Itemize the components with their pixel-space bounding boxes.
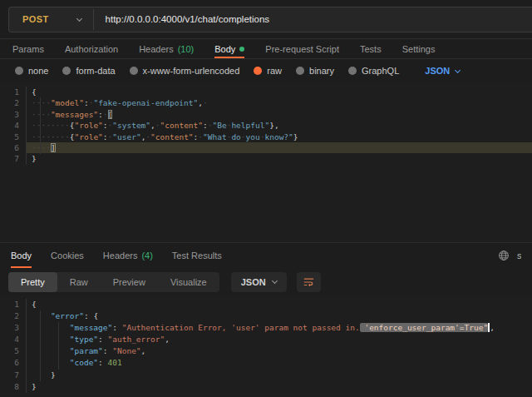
radio-icon bbox=[130, 67, 138, 75]
code-line[interactable]: 4········{"role":·"system",·"content":·"… bbox=[0, 120, 532, 131]
tab-params[interactable]: Params bbox=[12, 39, 44, 58]
code-line[interactable]: 2 "error": { bbox=[0, 310, 532, 322]
tab-body[interactable]: Body bbox=[11, 243, 32, 268]
code-token: "auth_error" bbox=[108, 335, 165, 344]
tab-label: Params bbox=[12, 44, 44, 54]
url-container: POST http://0.0.0.0:4000/v1/chat/complet… bbox=[8, 7, 532, 32]
code-text: { bbox=[26, 299, 532, 310]
globe-icon[interactable] bbox=[498, 250, 510, 261]
tab-label: Pre-request Script bbox=[265, 44, 339, 54]
tab-label: Headers bbox=[139, 44, 174, 54]
radio-icon bbox=[296, 67, 304, 75]
code-token: ···· bbox=[32, 98, 51, 107]
code-token: : bbox=[112, 323, 121, 332]
radio-icon bbox=[15, 67, 23, 75]
code-token: · bbox=[103, 110, 108, 119]
chevron-down-icon[interactable] bbox=[76, 15, 82, 21]
tab-body[interactable]: Body bbox=[214, 39, 244, 58]
code-token: "content" bbox=[160, 121, 203, 130]
code-line[interactable]: 8} bbox=[0, 381, 532, 393]
body-mode-label: x-www-form-urlencoded bbox=[143, 66, 240, 76]
body-mode-label: binary bbox=[309, 66, 334, 76]
code-line[interactable]: 3 "message": "Authentication Error, 'use… bbox=[0, 322, 532, 334]
code-text: { bbox=[26, 87, 532, 97]
indent-guide bbox=[40, 310, 41, 381]
line-number: 3 bbox=[0, 322, 26, 334]
code-line[interactable]: 1{ bbox=[0, 87, 532, 97]
tab-authorization[interactable]: Authorization bbox=[65, 39, 118, 58]
code-line[interactable]: 3····"messages":·[ bbox=[0, 109, 532, 120]
tab-tests[interactable]: Tests bbox=[360, 39, 382, 58]
code-text: "code": 401 bbox=[26, 357, 532, 369]
code-token: you bbox=[246, 132, 260, 141]
code-text: "type": "auth_error", bbox=[26, 334, 532, 345]
code-token: "user" bbox=[112, 132, 140, 141]
response-view-switch: PrettyRawPreviewVisualize bbox=[8, 272, 219, 292]
code-token bbox=[32, 311, 51, 320]
body-type-label: JSON bbox=[425, 66, 450, 76]
code-token: · bbox=[203, 98, 208, 107]
postman-window: POST http://0.0.0.0:4000/v1/chat/complet… bbox=[0, 0, 532, 397]
code-token: "type" bbox=[70, 335, 98, 344]
body-type-select[interactable]: JSON bbox=[425, 66, 460, 76]
code-text: ····"messages":·[ bbox=[26, 109, 532, 120]
code-text: "error": { bbox=[26, 310, 532, 322]
code-token: , bbox=[165, 335, 170, 344]
view-visualize[interactable]: Visualize bbox=[158, 272, 219, 292]
tab-cookies[interactable]: Cookies bbox=[51, 243, 84, 268]
code-line[interactable]: 5 "param": "None", bbox=[0, 345, 532, 357]
code-line[interactable]: 5········{"role":·"user",·"content":·"Wh… bbox=[0, 132, 532, 142]
code-line[interactable]: 2····"model":·"fake-openai-endpoint",· bbox=[0, 97, 532, 108]
view-pretty[interactable]: Pretty bbox=[8, 272, 57, 292]
line-number: 1 bbox=[0, 87, 26, 97]
response-tabs-row: BodyCookiesHeaders(4)Test Results s bbox=[0, 242, 532, 268]
body-mode-x-www-form-urlencoded[interactable]: x-www-form-urlencoded bbox=[130, 66, 240, 76]
body-mode-none[interactable]: none bbox=[15, 66, 48, 76]
view-preview[interactable]: Preview bbox=[101, 272, 158, 292]
tab-headers[interactable]: Headers(4) bbox=[103, 243, 153, 268]
code-line[interactable]: 6····] bbox=[0, 142, 532, 153]
code-token bbox=[32, 346, 70, 355]
response-tabs: BodyCookiesHeaders(4)Test Results bbox=[11, 243, 222, 268]
body-mode-label: none bbox=[28, 66, 48, 76]
tab-headers[interactable]: Headers(10) bbox=[139, 39, 194, 58]
tab-count-badge: (10) bbox=[178, 44, 195, 54]
tab-settings[interactable]: Settings bbox=[402, 39, 436, 58]
code-token: { bbox=[32, 300, 37, 309]
response-type-select[interactable]: JSON bbox=[231, 272, 287, 292]
response-body-editor[interactable]: 1{2 "error": {3 "message": "Authenticati… bbox=[0, 295, 532, 396]
code-token: "content" bbox=[150, 132, 193, 141]
line-number: 4 bbox=[0, 334, 26, 345]
code-line[interactable]: 4 "type": "auth_error", bbox=[0, 334, 532, 345]
body-mode-graphql[interactable]: GraphQL bbox=[348, 66, 399, 76]
code-token: }, bbox=[269, 121, 278, 130]
body-mode-form-data[interactable]: form-data bbox=[62, 66, 115, 76]
code-line[interactable]: 6 "code": 401 bbox=[0, 357, 532, 369]
code-line[interactable]: 7 } bbox=[0, 370, 532, 381]
line-number: 3 bbox=[0, 109, 26, 120]
code-token: "messages" bbox=[51, 110, 98, 119]
request-body-editor[interactable]: 1{2····"model":·"fake-openai-endpoint",·… bbox=[0, 82, 532, 242]
url-input[interactable]: http://0.0.0.0:4000/v1/chat/completions bbox=[94, 14, 270, 24]
line-number: 6 bbox=[0, 357, 26, 369]
line-number: 5 bbox=[0, 132, 26, 142]
tab-count-badge: (4) bbox=[141, 251, 152, 261]
code-token bbox=[32, 335, 70, 344]
tab-test-results[interactable]: Test Results bbox=[172, 243, 222, 268]
code-line[interactable]: 1{ bbox=[0, 299, 532, 310]
tab-label: Test Results bbox=[172, 251, 222, 261]
method-selector[interactable]: POST bbox=[9, 14, 49, 24]
wrap-text-button[interactable] bbox=[297, 272, 321, 292]
tab-pre-request-script[interactable]: Pre-request Script bbox=[265, 39, 339, 58]
view-raw[interactable]: Raw bbox=[57, 272, 101, 292]
code-text: "param": "None", bbox=[26, 345, 532, 357]
code-token: , bbox=[490, 323, 495, 332]
body-mode-radios: noneform-datax-www-form-urlencodedrawbin… bbox=[15, 66, 399, 76]
body-mode-raw[interactable]: raw bbox=[254, 66, 282, 76]
code-line[interactable]: 7} bbox=[0, 153, 532, 164]
code-token: } bbox=[32, 382, 37, 391]
code-token: "fake-openai-endpoint" bbox=[93, 98, 198, 107]
body-mode-binary[interactable]: binary bbox=[296, 66, 334, 76]
code-text: } bbox=[26, 381, 532, 393]
body-mode-label: GraphQL bbox=[362, 66, 399, 76]
